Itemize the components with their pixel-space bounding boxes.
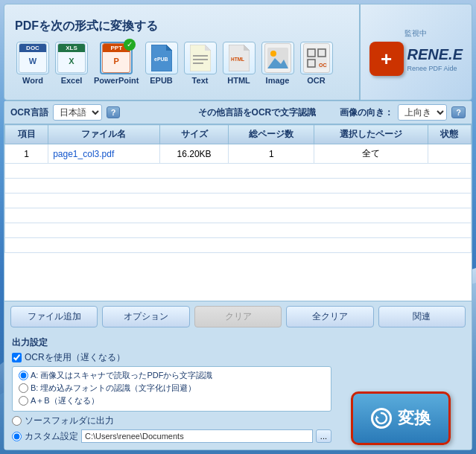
brand-tagline: Renee PDF Aide	[407, 65, 463, 72]
empty-row-4	[5, 208, 472, 223]
browse-button[interactable]: ...	[316, 429, 331, 443]
output-title-row: 出力設定	[12, 336, 464, 349]
checkmark-badge: ✓	[124, 39, 136, 51]
word-icon-box: DOC W	[16, 42, 49, 74]
word-label-top: DOC	[19, 44, 46, 52]
col-total-pages: 総ページ数	[229, 125, 314, 144]
epub-svg-icon: ePUB	[151, 45, 172, 71]
clear-all-button[interactable]: 全クリア	[286, 306, 373, 327]
add-file-button[interactable]: ファイル追加	[10, 306, 98, 327]
ocr-svg-icon: OCR	[306, 48, 327, 68]
svg-text:HTML: HTML	[231, 57, 244, 62]
format-html[interactable]: HTML HTML	[221, 40, 257, 86]
brand-name-text: RENE.E Renee PDF Aide	[407, 46, 463, 72]
ocr-checkbox-row: OCRを使用（遅くなる）	[12, 351, 331, 364]
folder-label[interactable]: ソースフォルダに出力	[25, 415, 114, 427]
page-title: PDFを次の形式に変換する	[15, 19, 349, 34]
empty-row-3	[5, 194, 472, 208]
brand-logo: + RENE.E Renee PDF Aide	[369, 42, 463, 76]
convert-spin-icon	[371, 408, 392, 429]
ocr-help-button[interactable]: ?	[107, 106, 121, 118]
excel-letter: X	[69, 57, 74, 65]
ocr-options-box: A: 画像又はスキャナで読取ったPDFから文字認識 B: 埋め込みフォントの認識…	[12, 366, 331, 412]
ocr-option-b-label[interactable]: B: 埋め込みフォントの認識（文字化け回避）	[31, 383, 196, 394]
html-icon-box: HTML	[223, 42, 256, 74]
table-row[interactable]: 1 page1_col3.pdf 16.20KB 1 全て	[5, 144, 472, 164]
cell-num: 1	[5, 144, 48, 164]
title-box: PDFを次の形式に変換する DOC W Word	[4, 4, 360, 100]
convert-section: 変換	[337, 391, 464, 445]
custom-row: カスタム設定 ...	[12, 429, 331, 443]
file-table: 項目 ファイル名 サイズ 総ページ数 選択したページ 状態 1 page1_co…	[4, 124, 472, 253]
inner-panel: OCR言語 日本語 ? その他言語をOCRで文字認識 画像の向き： 上向き ? …	[4, 101, 472, 450]
orientation-select[interactable]: 上向き	[398, 104, 447, 121]
action-buttons-row: ファイル追加 オプション クリア 全クリア 関連	[4, 301, 472, 332]
ocr-language-select[interactable]: 日本語	[53, 104, 102, 121]
format-word[interactable]: DOC W Word	[15, 40, 51, 86]
clear-button[interactable]: クリア	[194, 306, 282, 327]
other-lang-label: その他言語をOCRで文字認識	[198, 106, 317, 119]
convert-button[interactable]: 変換	[351, 391, 451, 445]
word-format-label: Word	[22, 76, 43, 85]
svg-marker-21	[376, 415, 379, 418]
options-button[interactable]: オプション	[102, 306, 189, 327]
svg-text:ePUB: ePUB	[154, 57, 168, 62]
brand-name: RENE.E	[407, 46, 463, 63]
html-format-label: HTML	[227, 76, 250, 85]
top-bar: PDFを次の形式に変換する DOC W Word	[4, 4, 472, 100]
file-table-area: 項目 ファイル名 サイズ 総ページ数 選択したページ 状態 1 page1_co…	[4, 124, 472, 301]
ocr-language-label: OCR言語	[10, 106, 48, 119]
monitor-label: 監視中	[404, 28, 427, 39]
ocr-option-a-label[interactable]: A: 画像又はスキャナで読取ったPDFから文字認識	[31, 370, 212, 381]
bottom-layout: OCRを使用（遅くなる） A: 画像又はスキャナで読取ったPDFから文字認識 B…	[12, 351, 464, 445]
excel-icon-box: XLS X	[55, 42, 88, 74]
related-button[interactable]: 関連	[378, 306, 466, 327]
ppt-format-label: PowerPoint	[94, 76, 139, 85]
ocr-settings-bar: OCR言語 日本語 ? その他言語をOCRで文字認識 画像の向き： 上向き ?	[4, 101, 472, 124]
col-filename: ファイル名	[48, 125, 159, 144]
empty-row-2	[5, 179, 472, 194]
convert-label: 変換	[398, 407, 431, 429]
table-header-row: 項目 ファイル名 サイズ 総ページ数 選択したページ 状態	[5, 125, 472, 144]
col-status: 状態	[428, 125, 471, 144]
ocr-checkbox-label[interactable]: OCRを使用（遅くなる）	[25, 351, 125, 364]
custom-path-input[interactable]	[81, 429, 313, 443]
empty-row-6	[5, 238, 472, 253]
orientation-help-button[interactable]: ?	[451, 106, 466, 118]
folder-radio[interactable]	[12, 416, 22, 426]
brand-plus-icon: +	[369, 42, 404, 76]
ocr-icon-box: OCR	[300, 42, 333, 74]
format-excel[interactable]: XLS X Excel	[54, 40, 89, 86]
cell-size: 16.20KB	[159, 144, 229, 164]
format-powerpoint[interactable]: PPT P ✓ PowerPoint	[92, 40, 141, 86]
custom-label[interactable]: カスタム設定	[25, 430, 78, 443]
ocr-checkbox[interactable]	[12, 353, 22, 362]
svg-point-14	[270, 51, 276, 57]
ocr-option-a: A: 画像又はスキャナで読取ったPDFから文字認識	[19, 370, 325, 381]
ppt-icon-box: PPT P ✓	[100, 42, 133, 74]
format-epub[interactable]: ePUB EPUB	[144, 40, 180, 86]
ocr-option-ab-label[interactable]: A＋B（遅くなる）	[31, 395, 99, 406]
format-strip: DOC W Word XLS X Excel	[15, 40, 349, 86]
ocr-radio-ab[interactable]	[19, 396, 28, 406]
output-settings-title: 出力設定	[12, 336, 48, 349]
image-svg-icon	[267, 48, 288, 68]
format-ocr[interactable]: OCR OCR	[299, 40, 334, 86]
ocr-radio-b[interactable]	[19, 383, 28, 393]
col-num: 項目	[5, 125, 48, 144]
format-image[interactable]: Image	[260, 40, 296, 86]
format-text[interactable]: Text	[183, 40, 218, 86]
ocr-option-b: B: 埋め込みフォントの認識（文字化け回避）	[19, 383, 325, 394]
text-format-label: Text	[192, 76, 209, 85]
plus-symbol: +	[381, 48, 392, 71]
image-format-label: Image	[266, 76, 290, 85]
svg-marker-3	[166, 45, 172, 51]
cell-total-pages: 1	[229, 144, 314, 164]
col-selected-pages: 選択したページ	[314, 125, 428, 144]
ocr-radio-a[interactable]	[19, 371, 28, 380]
custom-radio[interactable]	[12, 432, 22, 441]
image-icon-box	[261, 42, 294, 74]
epub-format-label: EPUB	[150, 76, 173, 85]
refresh-svg	[375, 412, 388, 425]
cell-filename: page1_col3.pdf	[48, 144, 159, 164]
